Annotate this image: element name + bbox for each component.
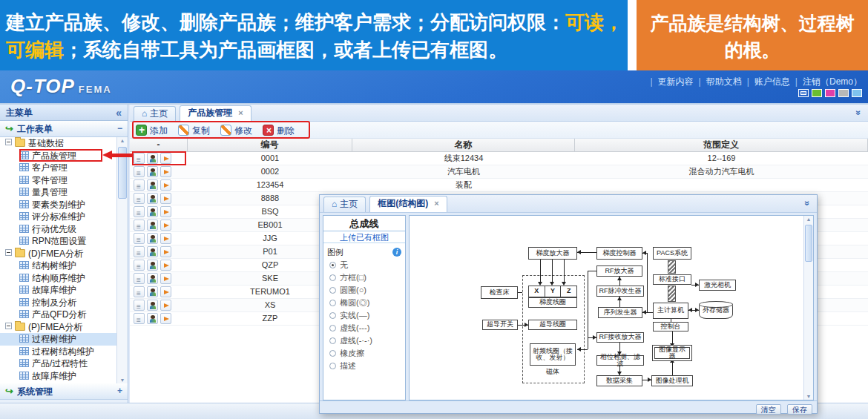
edit-button[interactable]: 修改 bbox=[220, 124, 252, 138]
legend-option[interactable]: 描述 bbox=[323, 360, 405, 372]
radio-icon[interactable] bbox=[329, 363, 336, 369]
tree-item[interactable]: 结构树维护 bbox=[0, 260, 128, 272]
popup-tab[interactable]: 框图(结构图)× bbox=[369, 196, 447, 212]
header-link[interactable]: 帮助文档 bbox=[706, 76, 742, 87]
tree-item[interactable]: 过程树维护 bbox=[0, 333, 128, 346]
share-icon[interactable] bbox=[160, 233, 171, 244]
header-link[interactable]: 更新内容 bbox=[658, 76, 694, 87]
legend-option[interactable]: 椭圆(◎) bbox=[323, 297, 405, 309]
diagram-canvas[interactable]: 梯度放大器梯度控制器PACS系统RF放大器检查床XYZ梯度线圈RF脉冲发生器标准… bbox=[409, 215, 814, 400]
detail-icon[interactable] bbox=[134, 300, 145, 311]
legend-option[interactable]: 无 bbox=[323, 259, 405, 271]
header-link[interactable]: 注销（Demo） bbox=[803, 76, 862, 87]
legend-option[interactable]: 虚线(-·-·) bbox=[323, 334, 405, 347]
canvas-scrollbar[interactable]: ▲ ▼ bbox=[803, 216, 813, 400]
detail-icon[interactable] bbox=[134, 179, 145, 191]
share-icon[interactable] bbox=[160, 153, 171, 164]
share-icon[interactable] bbox=[160, 300, 171, 311]
sidebar-panel-system[interactable]: ↪系统管理 + bbox=[0, 383, 128, 400]
close-icon[interactable]: × bbox=[238, 108, 243, 117]
radio-icon[interactable] bbox=[329, 274, 336, 281]
main-tab[interactable]: 产品族管理× bbox=[180, 105, 251, 122]
detail-icon[interactable] bbox=[134, 233, 145, 244]
sidebar-collapse-icon[interactable]: « bbox=[116, 105, 122, 121]
header-link[interactable]: 账户信息 bbox=[754, 76, 790, 87]
detail-icon[interactable] bbox=[134, 193, 145, 204]
canvas-scrollbar-thumb[interactable] bbox=[805, 225, 812, 262]
tree-item[interactable]: RPN范围设置 bbox=[0, 235, 128, 248]
tree-item[interactable]: 零件管理 bbox=[0, 174, 128, 187]
scroll-up-icon[interactable]: ▲ bbox=[117, 138, 128, 143]
share-icon[interactable] bbox=[160, 273, 171, 284]
user-icon[interactable] bbox=[147, 206, 158, 217]
worksheet-collapse-toggle[interactable]: − bbox=[117, 121, 122, 136]
canvas-scroll-up-icon[interactable]: ▲ bbox=[804, 217, 813, 222]
radio-icon[interactable] bbox=[329, 312, 336, 319]
tree-item[interactable]: 行动优先级 bbox=[0, 223, 128, 236]
theme-swatch[interactable] bbox=[838, 89, 849, 97]
legend-option[interactable]: 实线(—) bbox=[323, 309, 405, 322]
radio-icon[interactable] bbox=[329, 262, 336, 268]
tree-item[interactable]: 客户管理 bbox=[0, 162, 128, 174]
tree-item[interactable]: 故障库维护 bbox=[0, 284, 128, 297]
share-icon[interactable] bbox=[160, 220, 171, 231]
theme-swatch[interactable] bbox=[812, 89, 822, 97]
share-icon[interactable] bbox=[160, 179, 171, 191]
user-icon[interactable] bbox=[147, 300, 158, 311]
user-icon[interactable] bbox=[147, 193, 158, 204]
tree-item[interactable]: 过程树结构维护 bbox=[0, 346, 128, 358]
legend-option[interactable]: 圆圈(○) bbox=[323, 284, 405, 297]
radio-icon[interactable] bbox=[329, 325, 336, 331]
copy-button[interactable]: 复制 bbox=[178, 124, 210, 138]
user-icon[interactable] bbox=[147, 233, 158, 244]
detail-icon[interactable] bbox=[134, 246, 145, 257]
user-icon[interactable] bbox=[147, 153, 158, 164]
tree-item[interactable]: 产品QFD分析 bbox=[0, 309, 128, 321]
user-icon[interactable] bbox=[147, 220, 158, 231]
theme-swatch[interactable] bbox=[798, 89, 809, 97]
popup-tab[interactable]: ⌂主页 bbox=[323, 197, 366, 212]
save-button[interactable]: 保存 bbox=[787, 404, 812, 415]
table-row[interactable]: 123454装配 bbox=[130, 179, 868, 192]
tree-item[interactable]: 控制及分析 bbox=[0, 297, 128, 309]
user-icon[interactable] bbox=[147, 286, 158, 297]
tree-folder[interactable]: (P)FMEA分析 bbox=[0, 321, 128, 334]
popup-chevron-double-down-icon[interactable]: » bbox=[802, 198, 812, 208]
detail-icon[interactable] bbox=[134, 273, 145, 284]
tree-item[interactable]: 故障库维护 bbox=[0, 370, 128, 383]
sidebar-panel-worksheets[interactable]: ↪工作表单 − bbox=[0, 121, 128, 137]
share-icon[interactable] bbox=[160, 246, 171, 257]
info-icon[interactable]: i bbox=[392, 248, 401, 257]
detail-icon[interactable] bbox=[134, 260, 145, 271]
theme-swatch[interactable] bbox=[825, 89, 835, 97]
canvas-scroll-down-icon[interactable]: ▼ bbox=[804, 394, 813, 399]
legend-option[interactable]: 方框(□) bbox=[323, 271, 405, 284]
tree-item[interactable]: 量具管理 bbox=[0, 186, 128, 199]
chevron-double-down-icon[interactable]: » bbox=[853, 108, 864, 118]
expand-toggle-icon[interactable] bbox=[5, 139, 12, 145]
user-icon[interactable] bbox=[147, 273, 158, 284]
detail-icon[interactable] bbox=[134, 220, 145, 231]
clear-button[interactable]: 清空 bbox=[756, 404, 781, 415]
radio-icon[interactable] bbox=[329, 350, 336, 357]
tree-item[interactable]: 要素类别维护 bbox=[0, 199, 128, 211]
detail-icon[interactable] bbox=[134, 313, 145, 324]
expand-toggle-icon[interactable] bbox=[5, 249, 12, 256]
upload-diagram-link[interactable]: 上传已有框图 bbox=[323, 231, 405, 243]
scroll-down-icon[interactable]: ▼ bbox=[117, 377, 128, 383]
user-icon[interactable] bbox=[147, 179, 158, 191]
close-icon[interactable]: × bbox=[434, 199, 438, 208]
detail-icon[interactable] bbox=[134, 206, 145, 217]
add-button[interactable]: 添加 bbox=[136, 124, 168, 138]
tree-item[interactable]: 产品/过程特性 bbox=[0, 357, 128, 370]
radio-icon[interactable] bbox=[329, 337, 336, 344]
legend-option[interactable]: 虚线(---) bbox=[323, 322, 405, 334]
share-icon[interactable] bbox=[160, 286, 171, 297]
tree-scrollbar[interactable]: ▲ ▼ bbox=[116, 137, 128, 383]
share-icon[interactable] bbox=[160, 313, 171, 324]
detail-icon[interactable] bbox=[134, 153, 145, 164]
tree-folder[interactable]: 基础数据 bbox=[0, 137, 128, 150]
detail-icon[interactable] bbox=[134, 286, 145, 297]
system-expand-toggle[interactable]: + bbox=[117, 383, 122, 399]
delete-button[interactable]: 删除 bbox=[263, 124, 295, 138]
